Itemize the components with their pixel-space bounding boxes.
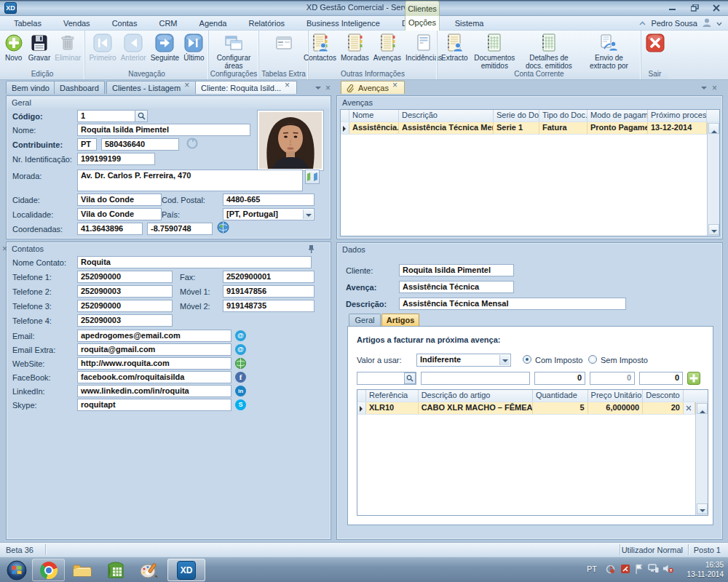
- detalhes-docs-emitidos-button[interactable]: Detalhes de docs. emitidos: [519, 31, 579, 70]
- artigo-descricao-input[interactable]: [421, 372, 530, 385]
- linkedin-input[interactable]: www.linkedin.com/in/roquita: [77, 385, 232, 397]
- localidade-input[interactable]: Vila do Conde: [77, 208, 162, 220]
- col-serie-doc[interactable]: Serie do Do...: [494, 110, 539, 121]
- email-input[interactable]: apedrogomes@email.com: [77, 330, 232, 342]
- gravar-button[interactable]: Gravar: [26, 31, 53, 62]
- tab-geral[interactable]: Geral: [349, 314, 381, 327]
- telefone2-input[interactable]: 252090003: [77, 285, 173, 298]
- add-artigo-button[interactable]: [687, 372, 700, 385]
- tray-flag-icon[interactable]: [635, 564, 644, 575]
- remove-artigo-button[interactable]: [684, 402, 695, 414]
- avenca-input[interactable]: Assistência Técnica: [399, 281, 514, 293]
- start-button[interactable]: [4, 559, 29, 581]
- tray-security-icon[interactable]: [620, 564, 630, 575]
- col-quantidade[interactable]: Quantidade: [533, 390, 588, 402]
- user-name[interactable]: Pedro Sousa: [651, 19, 697, 28]
- tray-volume-muted-icon[interactable]: [662, 564, 673, 575]
- sem-imposto-radio[interactable]: [588, 355, 597, 364]
- configurar-areas-button[interactable]: Configurar áreas: [210, 31, 257, 70]
- pin-icon[interactable]: [308, 245, 314, 255]
- col-desconto[interactable]: Desconto: [643, 390, 684, 402]
- email-extra-input[interactable]: roquita@gmail.com: [77, 343, 232, 356]
- facebook-input[interactable]: facebook.com/roquitaisilda: [77, 371, 232, 383]
- menu-relatorios[interactable]: Relatórios: [237, 16, 296, 31]
- tab-cliente-roquita[interactable]: Cliente: Roquita Isild...: [195, 81, 297, 94]
- email-extra-icon[interactable]: @: [235, 344, 246, 355]
- contribuinte-input[interactable]: 580436640: [101, 138, 179, 151]
- coordinates-globe-icon[interactable]: [217, 221, 229, 235]
- ultimo-button[interactable]: Último: [181, 31, 206, 62]
- col-referencia[interactable]: Referência: [366, 390, 419, 402]
- website-input[interactable]: http://www.roquita.com: [77, 357, 232, 370]
- dropdown-arrow-icon[interactable]: [303, 210, 313, 219]
- taskbar-spreadsheet-button[interactable]: [100, 559, 131, 581]
- close-button[interactable]: [709, 3, 724, 12]
- com-imposto-radio[interactable]: [523, 355, 531, 364]
- artigo-quantidade-input[interactable]: 0: [534, 372, 585, 385]
- tray-clock[interactable]: 16:35 13-11-2014: [687, 560, 724, 579]
- tray-update-icon[interactable]: [606, 565, 615, 575]
- minimize-button[interactable]: [665, 3, 680, 12]
- fax-input[interactable]: 2520900001: [223, 271, 314, 283]
- menu-agenda[interactable]: Agenda: [189, 16, 238, 31]
- cod-postal-input[interactable]: 4480-665: [223, 194, 314, 206]
- extracto-button[interactable]: Extracto: [439, 31, 470, 62]
- menu-tabelas[interactable]: Tabelas: [3, 16, 52, 31]
- restore-button[interactable]: [687, 3, 702, 12]
- avencas-button[interactable]: Avenças: [371, 31, 403, 62]
- col-nome[interactable]: Nome: [349, 110, 399, 121]
- pais-select[interactable]: [PT, Portugal]: [223, 208, 314, 220]
- email-icon[interactable]: @: [235, 330, 246, 341]
- map-button[interactable]: [305, 170, 320, 184]
- skype-icon[interactable]: S: [235, 399, 246, 410]
- menu-crm[interactable]: CRM: [148, 16, 188, 31]
- codigo-input[interactable]: 1: [77, 110, 135, 122]
- menu-business-inteligence[interactable]: Business Inteligence: [296, 16, 391, 31]
- scroll-up-icon[interactable]: [697, 403, 708, 414]
- website-globe-icon[interactable]: [235, 358, 246, 370]
- facebook-icon[interactable]: f: [235, 372, 246, 383]
- close-tab-icon[interactable]: [184, 84, 191, 91]
- menu-vendas[interactable]: Vendas: [52, 16, 101, 31]
- scroll-down-icon[interactable]: [708, 224, 719, 235]
- user-icon[interactable]: [702, 17, 712, 29]
- descricao-input[interactable]: Assistência Técnica Mensal: [399, 298, 626, 310]
- close-tab-icon[interactable]: [392, 84, 399, 91]
- col-preco-unitario[interactable]: Preço Unitário: [588, 390, 644, 402]
- taskbar-chrome-button[interactable]: [32, 559, 65, 581]
- morada-input[interactable]: Av. Dr. Carlos P. Ferreira, 470: [77, 170, 303, 191]
- seguinte-button[interactable]: Seguinte: [149, 31, 181, 62]
- tab-dashboard[interactable]: Dashboard: [54, 81, 105, 94]
- sair-button[interactable]: [643, 31, 668, 54]
- nome-input[interactable]: Roquita Isilda Pimentel: [77, 124, 250, 136]
- tab-clientes-listagem[interactable]: Clientes - Listagem: [106, 81, 197, 94]
- tray-language[interactable]: PT: [587, 565, 597, 573]
- col-tipo-doc[interactable]: Tipo do Doc...: [539, 110, 587, 121]
- context-tab-clientes[interactable]: Clientes: [405, 1, 440, 16]
- close-tab-icon[interactable]: [285, 84, 291, 91]
- artigo-search-button[interactable]: [404, 372, 416, 384]
- contribuinte-pais-input[interactable]: PT: [77, 138, 97, 151]
- skype-input[interactable]: roquitapt: [77, 399, 232, 411]
- codigo-search-button[interactable]: [135, 110, 148, 122]
- artigo-preco-input[interactable]: 0: [590, 372, 635, 385]
- tab-bem-vindo[interactable]: Bem vindo: [6, 81, 55, 94]
- avencas-row-selected[interactable]: Assistência... Assistência Técnica Mensa…: [341, 122, 719, 135]
- eliminar-button[interactable]: Eliminar: [52, 31, 83, 62]
- scroll-down-icon[interactable]: [697, 503, 708, 514]
- movel2-input[interactable]: 919148735: [223, 300, 314, 312]
- primeiro-button[interactable]: Primeiro: [87, 31, 118, 62]
- menu-contas[interactable]: Contas: [101, 16, 149, 31]
- moradas-button[interactable]: Moradas: [339, 31, 371, 62]
- linkedin-icon[interactable]: in: [235, 386, 246, 396]
- nr-identificacao-input[interactable]: 199199199: [77, 153, 155, 165]
- validate-vat-icon[interactable]: [186, 137, 199, 151]
- longitude-input[interactable]: -8.7590748: [147, 223, 213, 235]
- telefone1-input[interactable]: 252090000: [77, 271, 173, 283]
- col-descricao[interactable]: Descrição: [399, 110, 494, 121]
- documentos-emitidos-button[interactable]: Documentos emitidos: [470, 31, 519, 70]
- contactos-button[interactable]: Contactos: [301, 31, 339, 62]
- taskbar-paint-button[interactable]: [134, 559, 165, 581]
- cidade-input[interactable]: Vila do Conde: [77, 194, 162, 206]
- col-descricao-artigo[interactable]: Descrição do artigo: [419, 390, 533, 402]
